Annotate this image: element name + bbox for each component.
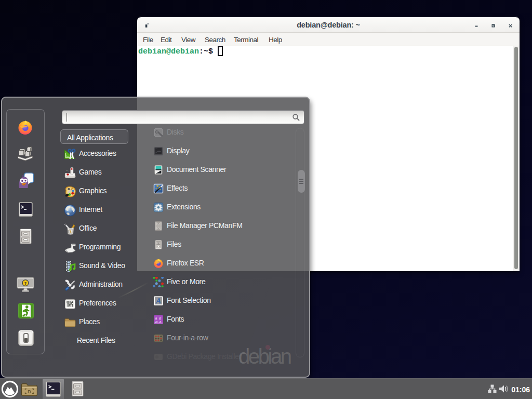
svg-text:?: ? — [24, 281, 27, 286]
svg-text:A: A — [155, 297, 161, 305]
svg-text:D: D — [28, 389, 31, 394]
svg-text:a: a — [159, 320, 162, 324]
svg-text:a: a — [155, 319, 157, 324]
